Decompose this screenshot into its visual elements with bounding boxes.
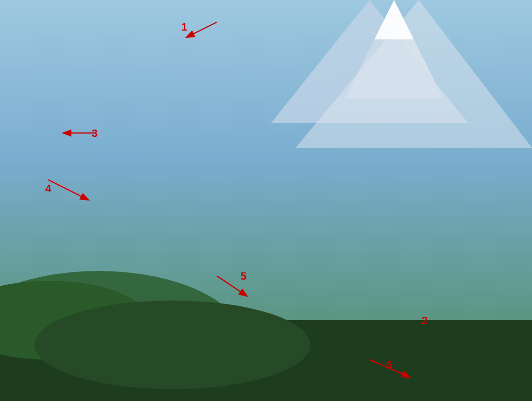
menu-view[interactable]: 视图(V) (117, 31, 146, 41)
toolbar-format-icon[interactable]: ⊞ (336, 44, 349, 57)
toolbar-folder-icon[interactable]: 📁 (115, 44, 128, 57)
menu-help[interactable]: 帮助(H) (361, 31, 391, 41)
right-panel-close-btn[interactable]: x (510, 102, 518, 110)
wireshark-title: Wireshark 网络分析器 (59, 18, 123, 27)
compile-bpfs-button[interactable]: Compile BPFs (444, 378, 493, 389)
toolbar-refresh-icon[interactable]: ↺ (160, 44, 173, 57)
display-filter-input[interactable] (68, 61, 397, 71)
toolbar-jump-out-icon[interactable]: ↖ (233, 44, 245, 57)
toolbar-zoom-in-icon[interactable]: ⊕ (295, 44, 307, 57)
dialog-minimize-btn[interactable]: v (308, 106, 316, 114)
toolbar-packet-icon[interactable]: ◫ (322, 44, 335, 57)
dialog-maximize-btn[interactable]: ^ (318, 106, 326, 114)
minimize-button[interactable]: v (397, 18, 404, 26)
rp-item-remote[interactable]: Remote capture dependent DLT (409, 259, 522, 269)
toolbar-sep-1 (113, 46, 113, 56)
dialog-content: 局部管道路径 浏览 + − 这个版本的 Wireshark 无法保存管道设置。 (84, 134, 339, 300)
filter-plus-button[interactable]: + (414, 61, 425, 71)
pipe-section-label: 局部管道路径 (90, 139, 333, 148)
add-pipe-button[interactable]: + (90, 270, 103, 281)
cap-min-btn[interactable]: v (466, 303, 473, 311)
rp-item-dbus[interactable]: D Bus (409, 238, 522, 248)
filter-dropdown-button[interactable]: ▼ (431, 378, 441, 389)
toolbar-columns-icon[interactable]: ☰ (277, 44, 290, 57)
menu-wireless[interactable]: 无线(W) (299, 31, 330, 41)
menu-statistics[interactable]: 统计(S) (238, 31, 267, 41)
rp-item-log[interactable]: log messages (409, 216, 522, 226)
tab-pipes[interactable]: 管道 (130, 119, 159, 134)
cap-max-btn[interactable]: ^ (475, 303, 483, 311)
menu-capture[interactable]: 捕获(C) (178, 31, 207, 41)
pipe-list-area (90, 168, 333, 267)
toolbar: ■ ⚙ 📁 ▦ ✂ ↺ 🔍 ← → ↙ ↖ →| ☰ ⊕ ⊖ ◫ ⊞ (55, 43, 428, 59)
capture-filter-input[interactable] (183, 378, 428, 389)
toolbar-stop-icon[interactable]: ■ (70, 44, 83, 57)
wireshark-window-controls: v ^ x (397, 18, 424, 26)
menu-goto[interactable]: 跳转(G) (147, 31, 177, 41)
toolbar-shark-icon[interactable] (57, 44, 69, 57)
filter-bookmark-icon: 🔖 (58, 62, 66, 70)
rp-item-der[interactable]: der (409, 159, 522, 169)
menu-tools[interactable]: 工具(T) (331, 31, 360, 41)
capture-action-buttons: 开始 Close Help (69, 396, 497, 401)
rp-item-ux-monitor[interactable]: ux Monitor (409, 205, 522, 216)
help-capture-button[interactable]: Help (465, 396, 495, 401)
menu-analyze[interactable]: 分析(A) (208, 31, 237, 41)
close-capture-button[interactable]: Close (428, 396, 461, 401)
rp-squiggly-1 (409, 127, 522, 137)
dialog-close-btn[interactable]: x (328, 106, 335, 114)
config-label: 配置：Default (409, 226, 522, 238)
toolbar-jump-in-icon[interactable]: ↙ (219, 44, 232, 57)
start-capture-button[interactable]: 开始 (395, 396, 424, 401)
right-panel-controls: v ^ x (490, 102, 518, 110)
dialog-title-text: 管理接口 (88, 105, 114, 114)
toolbar-sep-3 (175, 46, 175, 56)
cap-close-btn[interactable]: x (485, 303, 493, 311)
toolbar-capture-icon[interactable] (264, 44, 276, 57)
rp-item-v1[interactable]: v1 (409, 173, 522, 183)
manage-interfaces-button[interactable]: Manage Interfaces... (429, 365, 493, 375)
toolbar-sep-5 (292, 46, 293, 56)
dialog-cancel-button[interactable]: Cancel (263, 304, 299, 316)
dialog-tabs: 本地接口 管道 (84, 117, 339, 134)
rp-item-unknown[interactable]: Unknown (409, 248, 522, 259)
toolbar-search-icon[interactable]: 🔍 (177, 44, 190, 57)
right-panel-max-btn[interactable]: ^ (500, 102, 508, 110)
pipe-warning-text: 这个版本的 Wireshark 无法保存管道设置。 (90, 285, 333, 294)
browse-button[interactable]: 浏览 (308, 151, 333, 164)
menu-bar: 文件(F) 编辑(E) 视图(V) 跳转(G) 捕获(C) 分析(A) 统计(S… (55, 29, 428, 43)
tab-local-interfaces[interactable]: 本地接口 (86, 119, 129, 133)
toolbar-zoom-out-icon[interactable]: ⊖ (308, 44, 321, 57)
right-side-panel: v ^ x 显示所有接口 ▾ der v1 UART transport la … (409, 99, 522, 325)
rp-item-rins[interactable]: Rins Rat All... (409, 269, 522, 279)
capture-interface-list (73, 317, 493, 362)
menu-telephone[interactable]: 电话(Y) (269, 31, 298, 41)
close-button[interactable]: x (416, 18, 424, 26)
dialog-ok-button[interactable]: OK (233, 304, 259, 316)
toolbar-sep-4 (261, 46, 262, 56)
promiscuous-mode-checkbox[interactable] (73, 367, 80, 373)
show-all-interfaces-button[interactable]: 显示所有接口 ▾ (412, 114, 461, 125)
toolbar-jump-end-icon[interactable]: →| (246, 44, 259, 57)
rp-item-uart[interactable]: UART transport la (409, 195, 522, 205)
rp-item-selected[interactable] (409, 169, 522, 173)
menu-edit[interactable]: 编辑(E) (87, 31, 116, 41)
menu-file[interactable]: 文件(F) (57, 31, 86, 41)
capture-options-controls: v ^ x (466, 303, 493, 311)
capture-filter-row: Capture filter for selected interfaces: … (73, 378, 493, 389)
toolbar-grid-icon[interactable]: ▦ (129, 44, 142, 57)
right-panel-min-btn[interactable]: v (490, 102, 498, 110)
squiggly-line-2 (413, 140, 443, 144)
filter-arrow-button[interactable]: → (399, 61, 412, 71)
toolbar-back-icon[interactable]: ← (191, 44, 204, 57)
toolbar-settings-icon[interactable]: ⚙ (98, 44, 111, 57)
toolbar-restart-icon[interactable] (84, 44, 97, 57)
maximize-button[interactable]: ^ (406, 18, 414, 26)
pipe-input-row: 浏览 (90, 151, 333, 164)
pipe-path-input[interactable] (90, 151, 305, 164)
dialog-help-button[interactable]: Help (303, 304, 333, 316)
toolbar-cut-icon[interactable]: ✂ (146, 44, 159, 57)
dialog-title-controls: v ^ x (308, 106, 335, 114)
toolbar-forward-icon[interactable]: → (205, 44, 218, 57)
remove-pipe-button[interactable]: − (105, 270, 118, 281)
